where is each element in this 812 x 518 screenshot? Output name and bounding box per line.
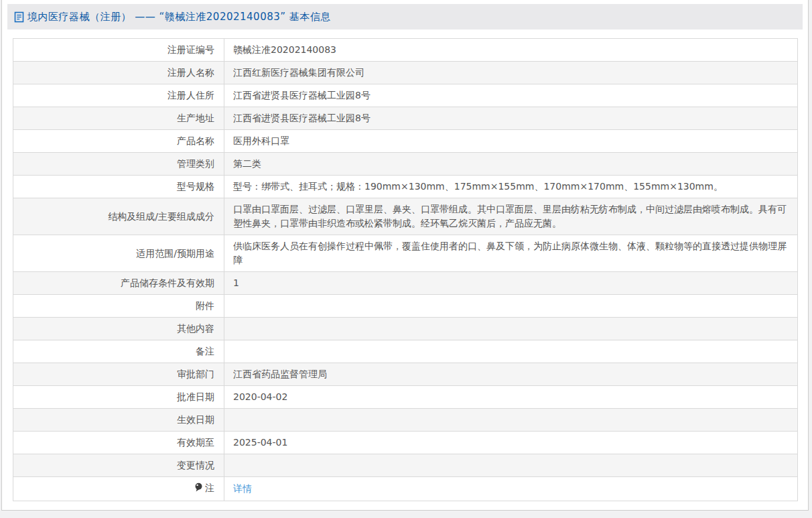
table-row: 型号规格型号：绑带式、挂耳式；规格：190mm×130mm、175mm×155m… bbox=[13, 176, 798, 198]
row-label: 注册证编号 bbox=[13, 39, 224, 62]
row-label: 生效日期 bbox=[13, 409, 224, 432]
table-row: 有效期至2025-04-01 bbox=[13, 432, 798, 454]
table-row: 变更情况 bbox=[13, 454, 798, 477]
table-row: 生效日期 bbox=[13, 409, 798, 432]
table-row: 注册人住所江西省进贤县医疗器械工业园8号 bbox=[13, 84, 798, 107]
row-label: 结构及组成/主要组成成分 bbox=[13, 198, 224, 235]
row-value: 供临床医务人员在有创操作过程中佩带，覆盖住使用者的口、鼻及下颌，为防止病原体微生… bbox=[224, 235, 798, 272]
document-icon bbox=[14, 11, 24, 23]
table-row: 产品名称医用外科口罩 bbox=[13, 130, 798, 153]
row-value: 医用外科口罩 bbox=[224, 130, 798, 153]
row-label: 变更情况 bbox=[13, 454, 224, 477]
row-label: 管理类别 bbox=[13, 153, 224, 176]
table-row: 注详情 bbox=[13, 477, 798, 501]
row-label: 其他内容 bbox=[13, 318, 224, 340]
page-title: 境内医疗器械（注册） —— “赣械注准20202140083” 基本信息 bbox=[27, 11, 331, 23]
table-row: 产品储存条件及有效期1 bbox=[13, 272, 798, 295]
row-value bbox=[224, 454, 798, 477]
row-value: 江西红新医疗器械集团有限公司 bbox=[224, 62, 798, 84]
table-row: 适用范围/预期用途供临床医务人员在有创操作过程中佩带，覆盖住使用者的口、鼻及下颌… bbox=[13, 235, 798, 272]
row-label: 产品储存条件及有效期 bbox=[13, 272, 224, 295]
row-value: 江西省进贤县医疗器械工业园8号 bbox=[224, 107, 798, 130]
row-label: 适用范围/预期用途 bbox=[13, 235, 224, 272]
row-label: 有效期至 bbox=[13, 432, 224, 454]
row-label: 批准日期 bbox=[13, 386, 224, 409]
info-table: 注册证编号赣械注准20202140083注册人名称江西红新医疗器械集团有限公司注… bbox=[13, 38, 798, 501]
table-row: 生产地址江西省进贤县医疗器械工业园8号 bbox=[13, 107, 798, 130]
row-value bbox=[224, 340, 798, 363]
row-value: 型号：绑带式、挂耳式；规格：190mm×130mm、175mm×155mm、17… bbox=[224, 176, 798, 198]
table-row: 注册证编号赣械注准20202140083 bbox=[13, 39, 798, 62]
row-label: 附件 bbox=[13, 295, 224, 318]
table-row: 审批部门江西省药品监督管理局 bbox=[13, 363, 798, 386]
row-label: 产品名称 bbox=[13, 130, 224, 153]
row-value: 2025-04-01 bbox=[224, 432, 798, 454]
page: 境内医疗器械（注册） —— “赣械注准20202140083” 基本信息 注册证… bbox=[1, 0, 809, 511]
row-value: 江西省药品监督管理局 bbox=[224, 363, 798, 386]
row-value: 第二类 bbox=[224, 153, 798, 176]
row-value: 口罩由口罩面层、过滤层、口罩里层、鼻夹、口罩带组成。其中口罩面层、里层由纺粘无纺… bbox=[224, 198, 798, 235]
table-row: 管理类别第二类 bbox=[13, 153, 798, 176]
row-label: 备注 bbox=[13, 340, 224, 363]
row-label: 审批部门 bbox=[13, 363, 224, 386]
row-label: 生产地址 bbox=[13, 107, 224, 130]
row-label: 注册人住所 bbox=[13, 84, 224, 107]
row-label: 注册人名称 bbox=[13, 62, 224, 84]
page-header: 境内医疗器械（注册） —— “赣械注准20202140083” 基本信息 bbox=[7, 4, 803, 29]
note-pin-icon bbox=[194, 482, 203, 497]
row-label: 型号规格 bbox=[13, 176, 224, 198]
table-row: 附件 bbox=[13, 295, 798, 318]
table-row: 批准日期2020-04-02 bbox=[13, 386, 798, 409]
row-value bbox=[224, 318, 798, 340]
row-value: 赣械注准20202140083 bbox=[224, 39, 798, 62]
row-value: 2020-04-02 bbox=[224, 386, 798, 409]
row-value bbox=[224, 295, 798, 318]
row-value: 详情 bbox=[224, 477, 798, 501]
detail-link[interactable]: 详情 bbox=[233, 483, 252, 494]
info-table-body: 注册证编号赣械注准20202140083注册人名称江西红新医疗器械集团有限公司注… bbox=[13, 39, 798, 501]
table-row: 其他内容 bbox=[13, 318, 798, 340]
table-row: 注册人名称江西红新医疗器械集团有限公司 bbox=[13, 62, 798, 84]
row-value: 1 bbox=[224, 272, 798, 295]
table-row: 结构及组成/主要组成成分口罩由口罩面层、过滤层、口罩里层、鼻夹、口罩带组成。其中… bbox=[13, 198, 798, 235]
row-value bbox=[224, 409, 798, 432]
row-value: 江西省进贤县医疗器械工业园8号 bbox=[224, 84, 798, 107]
row-label: 注 bbox=[13, 477, 224, 501]
table-row: 备注 bbox=[13, 340, 798, 363]
